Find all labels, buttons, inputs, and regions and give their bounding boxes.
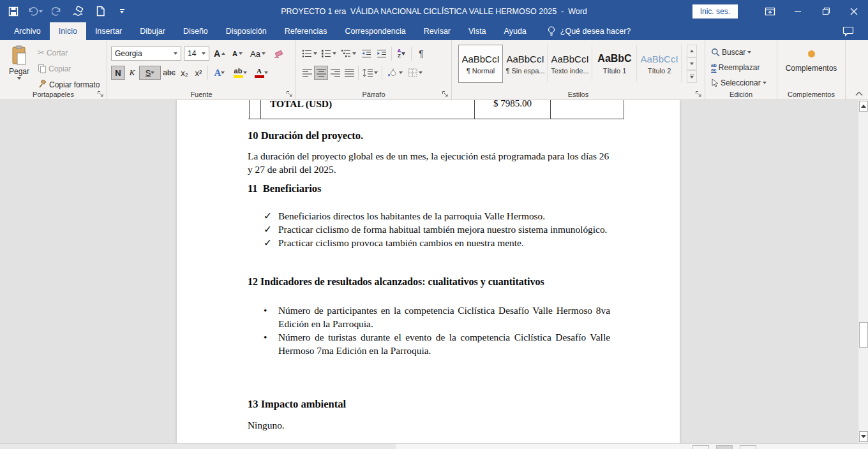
scroll-up-button[interactable] bbox=[859, 101, 868, 112]
style-scroll-down-button[interactable] bbox=[687, 57, 697, 70]
customize-qat-button[interactable] bbox=[115, 4, 129, 19]
subscript-button[interactable]: x₂ bbox=[177, 66, 191, 80]
bold-button[interactable]: N bbox=[111, 66, 125, 80]
collapse-ribbon-button[interactable] bbox=[855, 89, 865, 98]
document-page[interactable]: TOTAL (USD) $ 7985.00 10 Duración del pr… bbox=[177, 100, 680, 443]
style-titulo-2[interactable]: AaBbCcI Título 2 bbox=[637, 45, 682, 83]
complementos-button[interactable]: Complementos bbox=[777, 45, 845, 86]
multilevel-list-button[interactable] bbox=[338, 47, 359, 61]
borders-button[interactable] bbox=[405, 66, 425, 80]
shading-button[interactable] bbox=[384, 66, 405, 80]
ink-eraser-button[interactable] bbox=[71, 4, 86, 19]
list-item: ✓Beneficiarios directos los habitantes d… bbox=[278, 209, 610, 223]
tab-referencias[interactable]: Referencias bbox=[276, 22, 336, 40]
view-read-mode-button[interactable] bbox=[692, 445, 709, 449]
group-fuente: Georgia 14 A A Aa N K S abc x₂ x² A ab bbox=[107, 40, 296, 99]
text-effects-caret bbox=[221, 71, 225, 74]
bullets-button[interactable] bbox=[300, 47, 319, 61]
list-item: •Número de turistas durante el evento de… bbox=[278, 330, 610, 357]
tab-dibujar[interactable]: Dibujar bbox=[131, 22, 174, 40]
cut-button[interactable]: ✂ Cortar bbox=[37, 46, 100, 59]
list-item: ✓Practicar ciclismo de forma habitual ta… bbox=[278, 223, 610, 236]
restore-button[interactable] bbox=[812, 0, 840, 22]
increase-indent-button[interactable] bbox=[374, 47, 389, 61]
style-titulo-1[interactable]: AaBbC Título 1 bbox=[592, 45, 637, 83]
decrease-indent-button[interactable] bbox=[359, 47, 374, 61]
align-right-button[interactable] bbox=[328, 66, 342, 80]
line-spacing-button[interactable] bbox=[361, 66, 380, 80]
select-button[interactable]: Seleccionar bbox=[710, 76, 767, 89]
dialog-launcher-parrafo[interactable] bbox=[442, 90, 449, 98]
numbering-button[interactable] bbox=[319, 47, 338, 61]
tell-me-button[interactable]: ¿Qué desea hacer? bbox=[539, 22, 639, 40]
title-bar: PROYECTO 1 era VÁLIDA NACIONAL CICLÍSTIC… bbox=[0, 0, 868, 22]
scroll-down-button[interactable] bbox=[859, 431, 868, 442]
tab-disposicion[interactable]: Disposición bbox=[217, 22, 276, 40]
dialog-launcher-fuente[interactable] bbox=[286, 90, 294, 98]
save-button[interactable] bbox=[6, 4, 20, 19]
tab-vista[interactable]: Vista bbox=[460, 22, 495, 40]
text-effects-button[interactable]: A bbox=[210, 66, 229, 80]
style-texto-independiente[interactable]: AaBbCcI Texto inde... bbox=[548, 45, 592, 83]
strikethrough-button[interactable]: abc bbox=[161, 66, 177, 80]
font-color-button[interactable]: A bbox=[251, 66, 271, 80]
grow-font-button[interactable]: A bbox=[212, 47, 227, 61]
superscript-button[interactable]: x² bbox=[191, 66, 206, 80]
vertical-scrollbar[interactable] bbox=[858, 100, 868, 443]
highlight-icon: ab bbox=[234, 68, 243, 78]
show-paragraph-marks-button[interactable]: ¶ bbox=[414, 47, 429, 61]
dialog-launcher-estilos[interactable] bbox=[695, 90, 703, 98]
find-button[interactable]: Buscar bbox=[710, 45, 767, 59]
style-normal[interactable]: AaBbCcI ¶ Normal bbox=[458, 45, 503, 83]
copy-button[interactable]: Copiar bbox=[37, 62, 100, 75]
group-label-fuente: Fuente bbox=[107, 91, 296, 98]
group-estilos: AaBbCcI ¶ Normal AaBbCcI ¶ Sin espa... A… bbox=[452, 40, 705, 99]
justify-button[interactable] bbox=[342, 66, 356, 80]
new-document-button[interactable] bbox=[93, 4, 107, 19]
align-center-button[interactable] bbox=[314, 66, 328, 80]
highlight-color-button[interactable]: ab bbox=[229, 66, 251, 80]
align-left-button[interactable] bbox=[300, 66, 314, 80]
tab-inicio[interactable]: Inicio bbox=[50, 22, 86, 40]
replace-button[interactable]: abac Reemplazar bbox=[710, 61, 767, 74]
underline-button[interactable]: S bbox=[139, 66, 161, 80]
redo-icon bbox=[52, 6, 62, 17]
tab-diseno[interactable]: Diseño bbox=[174, 22, 217, 40]
shrink-font-button[interactable]: A bbox=[230, 47, 245, 61]
view-web-layout-button[interactable] bbox=[740, 445, 756, 449]
sign-in-button[interactable]: Inic. ses. bbox=[692, 4, 738, 18]
paste-button[interactable]: Pegar bbox=[5, 45, 33, 89]
tab-revisar[interactable]: Revisar bbox=[415, 22, 460, 40]
bullet-icon: • bbox=[264, 330, 267, 344]
tab-archivo[interactable]: Archivo bbox=[5, 22, 50, 40]
italic-button[interactable]: K bbox=[125, 66, 139, 80]
minimize-button[interactable] bbox=[784, 0, 812, 22]
view-print-layout-button[interactable] bbox=[716, 445, 733, 449]
font-color-caret bbox=[264, 71, 268, 74]
group-label-edicion: Edición bbox=[705, 91, 777, 98]
ribbon-display-options-button[interactable] bbox=[756, 0, 784, 22]
sort-button[interactable]: AZ bbox=[394, 47, 409, 61]
scrollbar-thumb[interactable] bbox=[859, 322, 868, 348]
change-case-button[interactable]: Aa bbox=[248, 47, 268, 61]
format-painter-icon bbox=[38, 80, 47, 89]
close-button[interactable] bbox=[840, 0, 868, 22]
redo-button[interactable] bbox=[50, 4, 64, 19]
copy-icon bbox=[38, 64, 47, 73]
style-sin-espaciado[interactable]: AaBbCcI ¶ Sin espa... bbox=[503, 45, 548, 83]
font-size-combo[interactable]: 14 bbox=[184, 47, 209, 61]
comment-bubble-icon bbox=[842, 26, 862, 37]
font-family-combo[interactable]: Georgia bbox=[111, 47, 181, 61]
format-painter-button[interactable]: Copiar formato bbox=[37, 78, 100, 91]
clear-formatting-button[interactable] bbox=[271, 47, 286, 61]
style-gallery-more-button[interactable] bbox=[687, 70, 697, 83]
status-bar bbox=[0, 443, 868, 449]
addin-dot-icon bbox=[808, 50, 815, 57]
tab-ayuda[interactable]: Ayuda bbox=[495, 22, 535, 40]
dialog-launcher-portapapeles[interactable] bbox=[97, 90, 105, 98]
undo-button[interactable] bbox=[28, 4, 42, 19]
style-scroll-up-button[interactable] bbox=[687, 45, 697, 57]
feedback-button[interactable] bbox=[842, 22, 862, 40]
tab-correspondencia[interactable]: Correspondencia bbox=[336, 22, 414, 40]
tab-insertar[interactable]: Insertar bbox=[86, 22, 131, 40]
